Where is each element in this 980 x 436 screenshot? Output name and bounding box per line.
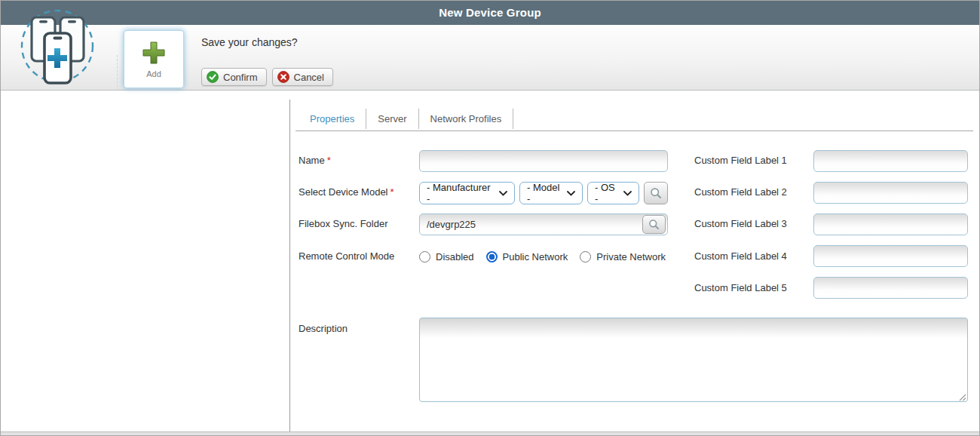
save-changes-prompt: Save your changes? [201,36,298,48]
cancel-x-icon [277,71,289,83]
description-textarea[interactable] [419,318,968,402]
name-label: Name* [299,155,331,166]
title-bar: New Device Group [1,1,979,25]
device-model-label: Select Device Model* [299,186,394,198]
remote-control-options: Disabled Public Network Private Network [419,245,666,268]
radio-unchecked-icon [580,251,591,263]
magnifier-icon [648,219,660,230]
green-plus-icon [141,40,167,66]
filebox-folder-label: Filebox Sync. Folder [299,218,388,229]
custom-field-4-label: Custom Field Label 4 [694,250,787,262]
chevron-down-icon [567,191,575,196]
custom-field-3-label: Custom Field Label 3 [694,218,787,229]
manufacturer-select[interactable]: - Manufacturer - [419,182,515,204]
group-tree-panel [2,91,289,431]
required-asterisk: * [390,186,394,198]
radio-unchecked-icon [419,251,430,263]
confirm-button[interactable]: Confirm [201,68,267,86]
manufacturer-select-value: - Manufacturer - [427,182,492,204]
tab-network-profiles[interactable]: Network Profiles [419,107,513,130]
panel-divider [289,100,290,431]
filebox-folder-input[interactable] [419,213,668,235]
custom-field-2-label: Custom Field Label 2 [694,186,787,198]
confirm-button-label: Confirm [223,72,258,83]
filebox-search-button[interactable] [642,215,666,234]
chevron-down-icon [623,191,632,196]
footer-strip [1,431,979,436]
device-model-search-button[interactable] [644,182,668,204]
tab-bar: Properties Server Network Profiles [299,107,513,130]
tab-server[interactable]: Server [366,107,418,130]
add-button-label: Add [146,69,161,78]
custom-field-1-label: Custom Field Label 1 [694,155,787,166]
os-select-value: - OS - [595,182,617,204]
model-select-value: - Model - [527,182,560,204]
radio-option-private-network[interactable]: Private Network [580,251,666,263]
name-input[interactable] [419,150,668,172]
tab-separator [513,109,513,129]
custom-field-1-input[interactable] [813,150,968,172]
os-select[interactable]: - OS - [587,182,639,204]
radio-option-disabled[interactable]: Disabled [419,251,474,263]
magnifier-icon [650,187,662,199]
page-title: New Device Group [1,1,979,25]
confirm-check-icon [207,71,219,83]
description-label: Description [299,323,348,334]
radio-label: Private Network [596,251,666,263]
model-select[interactable]: - Model - [519,182,583,204]
custom-field-5-input[interactable] [813,277,968,299]
required-asterisk: * [327,155,331,166]
chevron-down-icon [499,191,507,196]
cancel-button[interactable]: Cancel [272,68,333,86]
confirm-cancel-row: Confirm Cancel [201,68,333,86]
custom-field-3-input[interactable] [813,213,968,235]
radio-option-public-network[interactable]: Public Network [486,251,568,263]
add-button[interactable]: Add [124,30,184,88]
device-group-add-icon [19,5,96,84]
cancel-button-label: Cancel [294,72,324,83]
tab-underline [296,130,973,131]
new-device-group-window: New Device Group Add [0,0,980,436]
remote-control-label: Remote Control Mode [299,250,394,262]
custom-field-4-input[interactable] [813,245,968,267]
tab-properties[interactable]: Properties [299,107,366,130]
radio-checked-icon [486,251,498,263]
radio-label: Disabled [436,251,474,263]
custom-field-2-input[interactable] [813,182,968,204]
custom-field-5-label: Custom Field Label 5 [694,282,787,293]
radio-label: Public Network [503,251,568,263]
